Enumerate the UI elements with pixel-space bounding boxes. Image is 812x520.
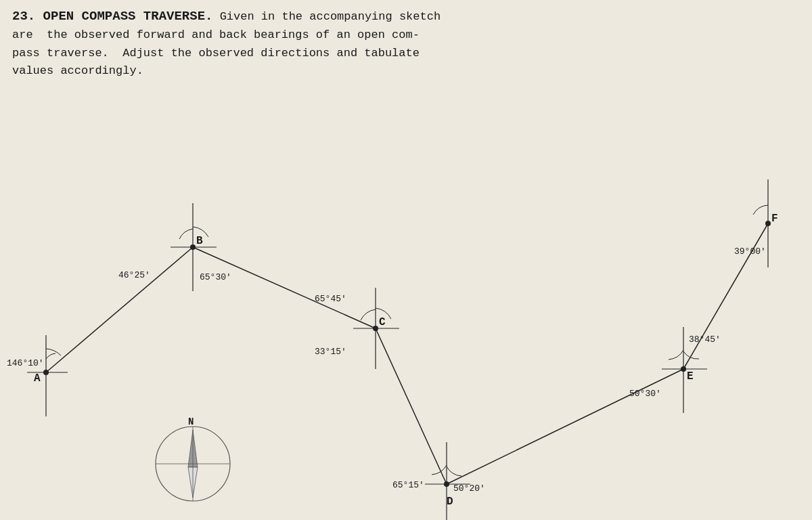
station-B <box>190 244 196 250</box>
label-C: C <box>379 316 386 328</box>
problem-text: 23. OPEN COMPASS TRAVERSE. Given in the … <box>12 7 798 80</box>
description-line3: pass traverse. Adjust the observed direc… <box>12 47 420 60</box>
label-F: F <box>771 213 778 225</box>
compass-N: N <box>188 416 194 427</box>
bearing-DE-back: 38°45' <box>689 334 721 345</box>
station-D <box>444 481 449 487</box>
bearing-BC-back: 33°15' <box>315 347 346 357</box>
description-line1: Given in the accompanying sketch <box>220 10 441 23</box>
station-F <box>765 221 771 226</box>
bearing-DE-fwd: 50°30' <box>629 389 661 399</box>
traverse-diagram: A B C D E F 146°10' 46°25' 65°30' 6 <box>0 105 812 520</box>
bearing-AB-fwd: 46°25' <box>118 270 150 280</box>
line-DE <box>447 369 683 484</box>
station-A <box>43 370 49 375</box>
description-line4: values accordingly. <box>12 64 143 77</box>
problem-number: 23. OPEN COMPASS TRAVERSE. <box>12 9 212 24</box>
line-EF <box>683 223 768 369</box>
page: 23. OPEN COMPASS TRAVERSE. Given in the … <box>0 0 812 520</box>
line-BC <box>193 247 376 328</box>
line-CD <box>376 328 447 484</box>
arc-C2 <box>361 309 376 320</box>
bearing-EF: 39°00' <box>734 246 766 257</box>
station-E <box>681 366 686 372</box>
arc-F <box>753 205 768 215</box>
label-B: B <box>196 235 203 247</box>
arc-B2 <box>179 229 193 239</box>
arc-A <box>46 349 61 355</box>
bearing-A: 146°10' <box>7 358 44 368</box>
station-C <box>373 326 378 331</box>
arc-D2 <box>447 467 461 476</box>
bearing-BC-fwd: 65°45' <box>315 294 346 304</box>
description-line2: are the observed forward and back bearin… <box>12 28 420 41</box>
label-A: A <box>34 372 41 385</box>
bearing-CD-back: 50°20' <box>453 483 485 494</box>
bearing-CD-fwd: 65°15' <box>392 480 424 490</box>
arc-E1 <box>669 350 683 360</box>
arc-A2 <box>46 353 55 359</box>
label-D: D <box>447 496 453 508</box>
line-AB <box>46 247 193 372</box>
label-E: E <box>687 370 694 383</box>
bearing-AB-back: 65°30' <box>200 272 231 282</box>
